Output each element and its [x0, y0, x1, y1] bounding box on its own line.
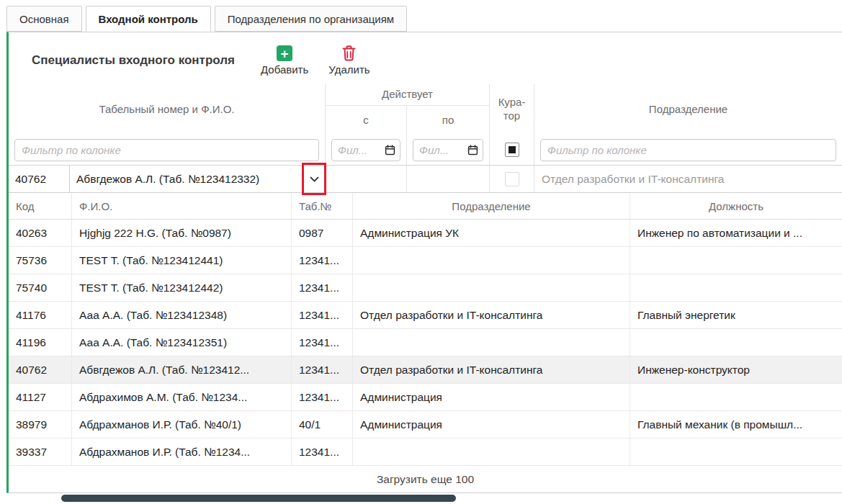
table-row[interactable]: 75740 TEST Т. (Таб. №123412442) 12341...: [9, 274, 842, 302]
cell-position: [630, 274, 842, 301]
lookup-column-code: Код: [9, 193, 72, 219]
cell-tab: 12341...: [292, 274, 353, 301]
delete-button-label: Удалить: [328, 63, 370, 76]
edit-cell-valid-from[interactable]: [326, 166, 407, 192]
cell-code: 41127: [9, 384, 72, 410]
cell-department: Администрация: [353, 411, 630, 438]
cell-department: Администрация УК: [353, 220, 630, 246]
grid-header: Табельный номер и Ф.И.О. Действует с по …: [9, 84, 842, 166]
cell-position: [630, 384, 842, 410]
code-input[interactable]: [9, 173, 69, 186]
screen: Основная Входной контроль Подразделения …: [0, 0, 842, 504]
cell-code: 40762: [9, 356, 72, 383]
plus-icon: +: [277, 45, 292, 61]
calendar-icon[interactable]: [385, 145, 395, 156]
column-header-valid-to[interactable]: по: [407, 106, 490, 135]
employee-lookup-dropdown: Код Ф.И.О. Таб.№ Подразделение Должность…: [9, 193, 842, 492]
cell-tab: 12341...: [292, 247, 353, 274]
calendar-icon[interactable]: [467, 145, 478, 156]
curator-filter-checkbox[interactable]: [505, 143, 519, 157]
cell-position: Инженер по автоматизации и ...: [630, 220, 842, 246]
load-more-button[interactable]: Загрузить еще 100: [9, 466, 842, 492]
lookup-column-tab: Таб.№: [292, 193, 353, 219]
cell-position: [630, 329, 842, 356]
filter-cell-valid-to: [407, 135, 490, 165]
panel-title: Специалисты входного контроля: [32, 53, 235, 68]
cell-position: Главный механик (в промышл...: [630, 411, 842, 438]
employee-dropdown-button[interactable]: [303, 166, 325, 192]
cell-fio: Абвгдежов А.Л. (Таб. №123412...: [72, 356, 292, 383]
lookup-header: Код Ф.И.О. Таб.№ Подразделение Должность: [9, 193, 842, 220]
cell-fio: Ааа А.А. (Таб. №123412351): [72, 329, 292, 356]
department-filter-input[interactable]: [540, 139, 836, 161]
edit-row: Абвгдежов А.Л. (Таб. №123412332) Отдел р…: [9, 166, 842, 193]
cell-position: Инженер-конструктор: [630, 356, 842, 383]
input-control-panel: Специалисты входного контроля + Добавить…: [6, 32, 842, 493]
lookup-column-fio: Ф.И.О.: [72, 193, 292, 219]
cell-tab: 12341...: [292, 438, 353, 465]
edit-cell-valid-to[interactable]: [407, 166, 490, 192]
tab-input-control[interactable]: Входной контроль: [86, 6, 211, 32]
edit-cell-curator: [490, 166, 534, 192]
table-row[interactable]: 41127 Абдрахимов А.М. (Таб. №1234... 123…: [9, 384, 842, 411]
cell-position: Главный энергетик: [630, 302, 842, 328]
cell-code: 75736: [9, 247, 72, 274]
filter-cell-department: [534, 135, 842, 165]
column-group-valid: Действует: [326, 84, 490, 106]
dropdown-button-wrap: [303, 166, 325, 192]
horizontal-scrollbar-thumb[interactable]: [61, 495, 456, 502]
cell-department: [353, 247, 630, 274]
filter-cell-valid-from: [326, 135, 407, 165]
cell-tab: 0987: [292, 220, 353, 246]
personnel-filter-input[interactable]: [14, 139, 319, 161]
employee-name-value[interactable]: Абвгдежов А.Л. (Таб. №123412332): [70, 166, 303, 192]
curator-checkbox[interactable]: [505, 172, 519, 186]
column-header-curator[interactable]: Кура-тор: [490, 84, 534, 135]
tab-bar: Основная Входной контроль Подразделения …: [0, 0, 842, 32]
valid-to-filter[interactable]: [413, 139, 483, 161]
column-header-personnel[interactable]: Табельный номер и Ф.И.О.: [9, 84, 326, 135]
cell-code: 39337: [9, 438, 72, 465]
column-header-valid-from[interactable]: с: [326, 106, 407, 135]
tab-departments-by-org[interactable]: Подразделения по организациям: [215, 6, 407, 32]
toolbar: Специалисты входного контроля + Добавить…: [9, 32, 842, 84]
cell-code: 38979: [9, 411, 72, 438]
table-row[interactable]: 41196 Ааа А.А. (Таб. №123412351) 12341..…: [9, 329, 842, 356]
code-cell: [9, 166, 70, 192]
valid-to-filter-input[interactable]: [419, 144, 467, 156]
tab-main[interactable]: Основная: [6, 6, 82, 32]
cell-tab: 12341...: [292, 302, 353, 328]
cell-code: 41176: [9, 302, 72, 328]
lookup-column-department: Подразделение: [353, 193, 630, 219]
cell-position: [630, 247, 842, 274]
delete-button[interactable]: Удалить: [328, 45, 370, 76]
cell-position: [630, 438, 842, 465]
cell-fio: Hjghjg 222 H.G. (Таб. №0987): [72, 220, 292, 246]
edit-cell-personnel: Абвгдежов А.Л. (Таб. №123412332): [9, 166, 326, 192]
cell-department: Администрация: [353, 384, 630, 410]
table-row[interactable]: 38979 Абдрахманов И.Р. (Таб. №40/1) 40/1…: [9, 411, 842, 438]
table-row[interactable]: 39337 Абдрахманов И.Р. (Таб. №1234... 12…: [9, 438, 842, 466]
cell-tab: 12341...: [292, 384, 353, 410]
lookup-column-position: Должность: [630, 193, 842, 219]
cell-department: [353, 438, 630, 465]
filter-cell-personnel: [9, 135, 326, 165]
cell-fio: Абдрахимов А.М. (Таб. №1234...: [72, 384, 292, 410]
table-row[interactable]: 41176 Ааа А.А. (Таб. №123412348) 12341..…: [9, 302, 842, 329]
add-button-label: Добавить: [261, 63, 308, 76]
cell-tab: 12341...: [292, 329, 353, 356]
cell-tab: 40/1: [292, 411, 353, 438]
column-header-department[interactable]: Подразделение: [534, 84, 842, 135]
valid-from-filter[interactable]: [331, 139, 400, 161]
valid-from-filter-input[interactable]: [338, 144, 385, 156]
table-row[interactable]: 40263 Hjghjg 222 H.G. (Таб. №0987) 0987 …: [9, 220, 842, 247]
add-button[interactable]: + Добавить: [261, 45, 308, 76]
cell-code: 40263: [9, 220, 72, 246]
table-row-selected[interactable]: 40762 Абвгдежов А.Л. (Таб. №123412... 12…: [9, 356, 842, 384]
cell-tab: 12341...: [292, 356, 353, 383]
cell-department: [353, 329, 630, 356]
cell-department: [353, 274, 630, 301]
table-row[interactable]: 75736 TEST Т. (Таб. №123412441) 12341...: [9, 247, 842, 274]
cell-department: Отдел разработки и IT-консалтинга: [353, 356, 630, 383]
cell-fio: Абдрахманов И.Р. (Таб. №40/1): [72, 411, 292, 438]
